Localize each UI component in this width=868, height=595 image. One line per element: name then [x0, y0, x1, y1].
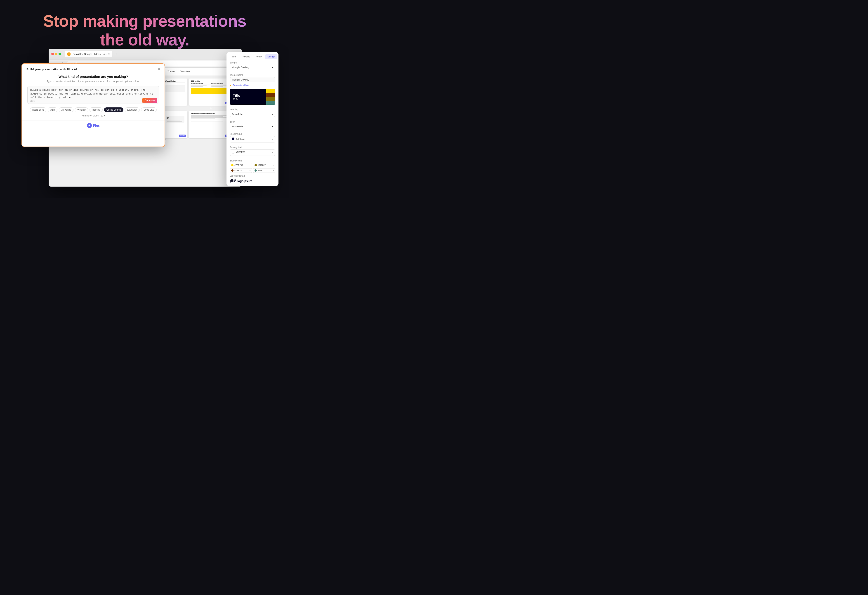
body-section: Body Inconsolata ▾ [226, 118, 279, 129]
brand-color-2-value: #877207 [258, 164, 266, 166]
slides-count-label: Number of slides [81, 114, 99, 117]
logo-section: Logo (optional) logoipsum [226, 173, 279, 184]
theme-value: Midnight Cowboy [232, 66, 249, 69]
brand-color-1-value: #FFD700 [235, 164, 243, 166]
modal-footer: ✦ Plus [22, 121, 165, 130]
tag-webinar[interactable]: Webinar [75, 107, 88, 112]
new-tab-button[interactable]: + [115, 52, 117, 56]
logo-brand-name: logoipsum [237, 179, 252, 183]
theme-label: Theme [230, 62, 275, 64]
transition-btn[interactable]: Transition [179, 70, 191, 73]
chevron-down-icon: ▾ [272, 125, 273, 128]
logoipsum-brand: logoipsum [230, 178, 275, 184]
background-label: Background [230, 133, 275, 135]
theme-name-section: Theme Name Midnight Cowboy ✦ Generate wi… [226, 71, 279, 87]
brand-color-4-value: #458377 [258, 169, 266, 172]
close-button[interactable] [51, 53, 54, 55]
tag-education[interactable]: Education [125, 107, 140, 112]
chevron-down-icon: ▾ [272, 113, 273, 115]
brand-color-4[interactable]: #458377 ▾ [253, 168, 275, 173]
preview-body: Body [233, 98, 240, 100]
brand-colors-grid: #FFD700 ▾ #877207 ▾ #733000 ▾ #458377 ▾ [230, 163, 275, 173]
tag-all-hands[interactable]: All Hands [59, 107, 74, 112]
ai-btn-label: Generate with AI [233, 84, 249, 87]
primary-text-section: Primary text #FFFFFF ▾ [226, 144, 279, 156]
tab-rewrite[interactable]: Rewrite [240, 54, 252, 59]
bg-color-dot [232, 138, 235, 140]
maximize-button[interactable] [59, 53, 61, 55]
body-font-selector[interactable]: Inconsolata ▾ [230, 124, 275, 129]
modal-subtitle: Type a concise description of your prese… [27, 80, 159, 83]
tab-close-icon[interactable]: × [108, 53, 110, 55]
slides-count-value: 10 [100, 114, 103, 117]
modal-title: Build your presentation with Plus AI [27, 68, 77, 71]
modal-close-button[interactable]: × [158, 67, 160, 71]
tag-training[interactable]: Training [90, 107, 103, 112]
heading-section: Heading Proza Libre ▾ [226, 106, 279, 117]
generate-with-ai-button[interactable]: ✦ Generate with AI [230, 83, 275, 87]
primary-text-label: Primary text [230, 146, 275, 149]
chevron-down-icon: ▾ [273, 170, 274, 172]
spark-icon: ✦ [230, 84, 232, 87]
headline-line2: the old way. [100, 31, 189, 49]
brand-color-3[interactable]: #733000 ▾ [230, 168, 252, 173]
modal-body: What kind of presentation are you making… [22, 71, 165, 121]
modal-header: Build your presentation with Plus AI × [22, 64, 165, 71]
tab-insert[interactable]: Insert [229, 54, 239, 59]
browser-chrome: Plus AI for Google Slides - Go... × + [49, 49, 242, 59]
theme-section: Theme Midnight Cowboy ▾ [226, 59, 279, 70]
brand-color-3-value: #733000 [235, 169, 242, 172]
background-section: Background #000033 ▾ [226, 130, 279, 142]
theme-name-label: Theme Name [230, 74, 275, 76]
chevron-down-icon: ▾ [249, 164, 251, 166]
brand-color-1[interactable]: #FFD700 ▾ [230, 163, 252, 167]
heading-font-value: Proza Libre [232, 113, 243, 115]
presentation-description-input[interactable] [27, 86, 159, 104]
logo-label: Logo (optional) [230, 175, 275, 177]
theme-btn[interactable]: Theme [166, 70, 176, 73]
logo-wave-icon [230, 178, 236, 184]
traffic-lights [51, 53, 61, 55]
tab-remix[interactable]: Remix [253, 54, 264, 59]
tag-deep-dive[interactable]: Deep Dive [141, 107, 156, 112]
plus-logo-text: Plus [93, 124, 100, 127]
chevron-down-icon: ▾ [272, 66, 273, 69]
body-font-value: Inconsolata [232, 125, 243, 128]
slides-count-chevron[interactable]: ▾ [104, 114, 105, 117]
brand-color-2[interactable]: #877207 ▾ [253, 163, 275, 167]
tag-qbr[interactable]: QBR [48, 107, 58, 112]
tab-label: Plus AI for Google Slides - Go... [72, 53, 107, 55]
heading-font-selector[interactable]: Proza Libre ▾ [230, 112, 275, 117]
chevron-down-icon: ▾ [249, 170, 251, 172]
tag-online-course[interactable]: Online Course [104, 107, 123, 112]
chevron-down-icon: ▾ [272, 151, 273, 154]
slides-count-row: Number of slides 10 ▾ [27, 114, 159, 117]
primary-color-value: #FFFFFF [236, 151, 245, 154]
tab-design[interactable]: Design [265, 54, 277, 59]
primary-text-selector[interactable]: #FFFFFF ▾ [230, 149, 275, 156]
bg-color-value: #000033 [236, 138, 245, 140]
brand-colors-label: Brand colors [230, 160, 275, 162]
plus-icon: ✦ [87, 123, 92, 128]
modal-question: What kind of presentation are you making… [27, 75, 159, 78]
brand-colors-section: Brand colors #FFD700 ▾ #877207 ▾ #733000… [226, 157, 279, 173]
theme-selector[interactable]: Midnight Cowboy ▾ [230, 65, 275, 70]
background-color-selector[interactable]: #000033 ▾ [230, 136, 275, 142]
preset-tags: Board deck QBR All Hands Webinar Trainin… [27, 107, 159, 112]
textarea-wrap: 4812 Generate [27, 86, 159, 105]
heading-label: Heading [230, 108, 275, 111]
primary-color-dot [232, 151, 235, 154]
chevron-down-icon: ▾ [273, 164, 274, 166]
build-presentation-modal: Build your presentation with Plus AI × W… [21, 63, 165, 147]
browser-tab[interactable]: Plus AI for Google Slides - Go... × [65, 51, 112, 57]
headline-section: Stop making presentations the old way. [0, 0, 289, 49]
tab-icon [67, 52, 71, 56]
theme-name-input[interactable]: Midnight Cowboy [230, 77, 275, 82]
theme-preview: Title Body [230, 89, 275, 105]
tag-board-deck[interactable]: Board deck [30, 107, 46, 112]
chevron-down-icon: ▾ [272, 138, 273, 141]
minimize-button[interactable] [55, 53, 58, 55]
generate-button[interactable]: Generate [142, 98, 157, 103]
body-label: Body [230, 121, 275, 123]
theme-color-bar [266, 89, 275, 105]
